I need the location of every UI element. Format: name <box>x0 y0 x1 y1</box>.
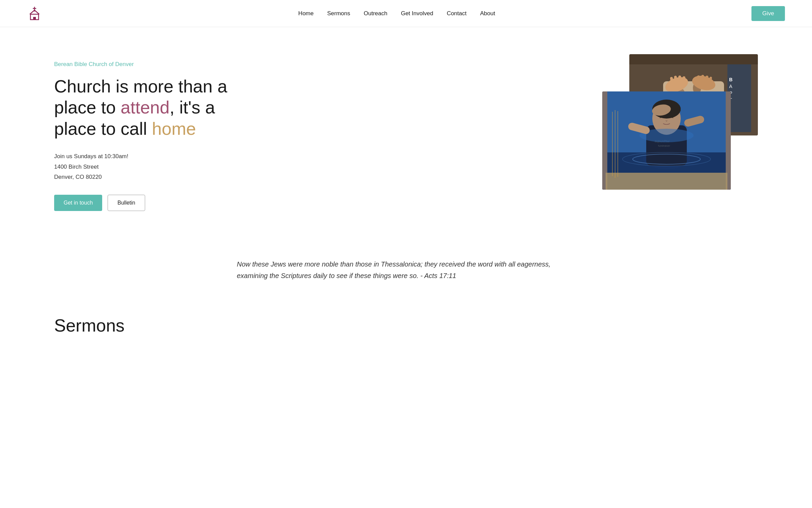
svg-rect-43 <box>602 91 731 190</box>
nav-home[interactable]: Home <box>298 10 314 17</box>
address-sunday: Join us Sundays at 10:30am! <box>54 151 244 162</box>
hero-images: B A P T <box>434 54 758 203</box>
sermons-section: Sermons <box>0 309 812 356</box>
church-name: Berean Bible Church of Denver <box>54 61 244 68</box>
bulletin-button[interactable]: Bulletin <box>108 195 145 211</box>
nav-contact[interactable]: Contact <box>447 10 467 17</box>
svg-text:B: B <box>729 77 732 82</box>
address-city: Denver, CO 80220 <box>54 172 244 183</box>
svg-text:A: A <box>729 84 732 89</box>
svg-rect-13 <box>678 76 681 84</box>
address-street: 1400 Birch Street <box>54 162 244 172</box>
hero-address: Join us Sundays at 10:30am! 1400 Birch S… <box>54 151 244 183</box>
hero-buttons: Get in touch Bulletin <box>54 195 244 211</box>
logo-area[interactable] <box>27 6 42 21</box>
hero-image-bottom: aujourd'hui fundraiser <box>602 91 731 190</box>
give-button[interactable]: Give <box>751 6 785 21</box>
nav-sermons[interactable]: Sermons <box>327 10 350 17</box>
svg-rect-3 <box>33 17 36 20</box>
hero-content: Berean Bible Church of Denver Church is … <box>54 54 244 211</box>
site-header: Home Sermons Outreach Get Involved Conta… <box>0 0 812 27</box>
hero-section: Berean Bible Church of Denver Church is … <box>0 27 812 231</box>
quote-section: Now these Jews were more noble than thos… <box>0 231 812 309</box>
heading-attend: attend <box>121 98 170 117</box>
church-logo-icon <box>27 6 42 21</box>
heading-home: home <box>152 119 196 139</box>
svg-rect-24 <box>629 54 758 64</box>
nav-get-involved[interactable]: Get Involved <box>401 10 433 17</box>
main-nav: Home Sermons Outreach Get Involved Conta… <box>298 10 495 17</box>
sermons-heading: Sermons <box>54 315 758 336</box>
get-in-touch-button[interactable]: Get in touch <box>54 195 102 211</box>
nav-outreach[interactable]: Outreach <box>364 10 387 17</box>
baptism-photo: aujourd'hui fundraiser <box>602 91 731 190</box>
nav-about[interactable]: About <box>480 10 495 17</box>
hero-heading: Church is more than a place to attend, i… <box>54 76 244 139</box>
quote-text: Now these Jews were more noble than thos… <box>237 258 575 281</box>
svg-rect-16 <box>701 75 704 83</box>
